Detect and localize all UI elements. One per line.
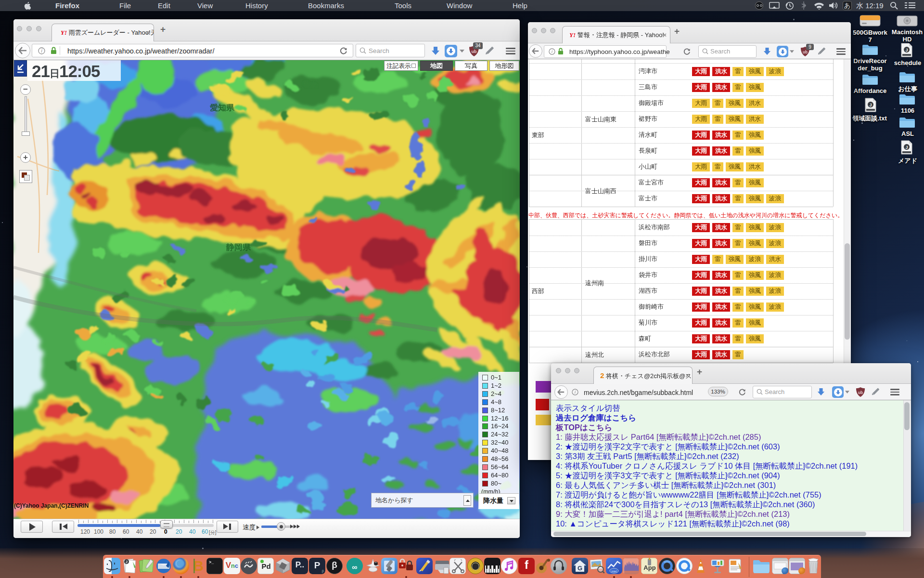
svg-text:J: J xyxy=(126,560,128,564)
svg-text:J: J xyxy=(869,103,872,107)
svg-text:ub: ub xyxy=(803,50,808,54)
svg-text:ub: ub xyxy=(472,49,477,54)
svg-text:愛知県: 愛知県 xyxy=(210,103,235,112)
svg-text:i: i xyxy=(552,49,553,54)
svg-text:i: i xyxy=(41,48,42,53)
svg-text:静岡県: 静岡県 xyxy=(226,243,251,252)
svg-text:G: G xyxy=(578,565,582,572)
svg-text:intel: intel xyxy=(611,570,616,573)
svg-text:J: J xyxy=(905,48,908,53)
svg-text:ub: ub xyxy=(858,391,863,395)
svg-text:J: J xyxy=(905,145,908,150)
svg-text:i: i xyxy=(575,390,576,394)
